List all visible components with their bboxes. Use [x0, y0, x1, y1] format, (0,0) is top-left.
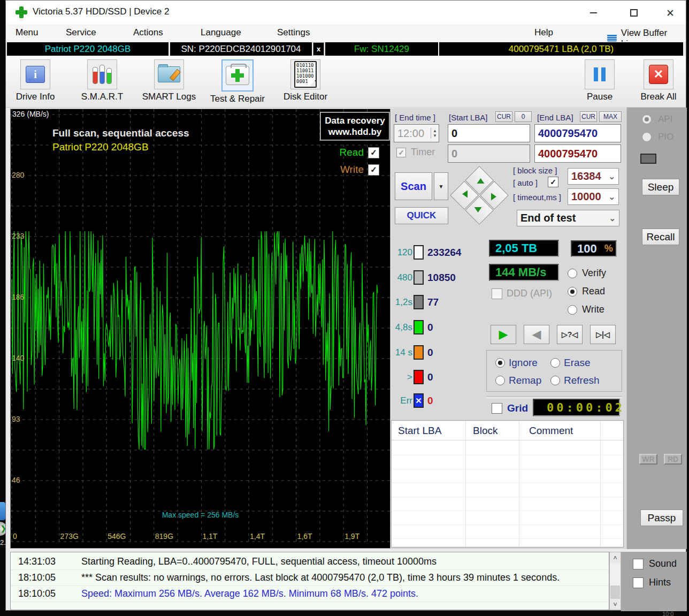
end-time-spinner[interactable]: 12:00 ▲ ▼ — [394, 124, 439, 142]
desktop-background: ❯ 2. 10:0 Victoria 5.37 HDD/SSD | Device… — [0, 0, 689, 616]
test-repair-button[interactable]: Test & Repair — [208, 59, 267, 104]
log-output[interactable]: 14:31:03 Starting Reading, LBA=0..400079… — [10, 552, 609, 610]
control-panel: [ End time ] [Start LBA] CUR 0 [End LBA]… — [391, 108, 626, 549]
read-checkbox[interactable]: ✓ — [368, 147, 379, 158]
pause-button[interactable]: Pause — [570, 59, 629, 102]
write-radio[interactable] — [568, 305, 577, 315]
read-radio[interactable] — [568, 287, 577, 296]
device-close-button[interactable]: x — [313, 42, 324, 56]
timer-option[interactable]: ✓ Timer — [396, 147, 435, 158]
start-lba-cur-button[interactable]: CUR — [495, 111, 512, 122]
scan-button[interactable]: Scan — [395, 172, 432, 200]
sound-checkbox[interactable] — [633, 559, 644, 569]
menu-item-menu[interactable]: Menu — [16, 27, 39, 38]
action-refresh-option[interactable]: Refresh — [550, 375, 600, 386]
arrow-left-icon — [458, 191, 468, 198]
passp-button[interactable]: Passp — [640, 509, 683, 526]
defect-action-group: Ignore Erase Remap Refresh — [486, 350, 622, 392]
ddd-option[interactable]: DDD (API) — [492, 288, 552, 299]
remap-radio[interactable] — [495, 376, 505, 385]
start-lba-input[interactable]: 0 — [448, 124, 530, 142]
end-lba-max-button[interactable]: MAX — [599, 111, 622, 122]
latency-row: 1,2s 77 — [391, 295, 439, 309]
skip-to-end-button[interactable]: ▷|◁ — [590, 325, 616, 344]
end-lba-cur-button[interactable]: CUR — [580, 111, 597, 122]
grid-checkbox[interactable] — [492, 403, 502, 414]
recall-button[interactable]: Recall — [642, 229, 679, 245]
menu-item-settings[interactable]: Settings — [277, 27, 310, 38]
smart-button[interactable]: S.M.A.R.T — [73, 59, 132, 102]
api-radio[interactable] — [642, 115, 652, 124]
erase-radio[interactable] — [550, 358, 560, 368]
drive-info-button[interactable]: i Drive Info — [6, 59, 65, 102]
menu-item-service[interactable]: Service — [66, 27, 96, 38]
rd-button[interactable]: RD — [664, 454, 682, 465]
disk-editor-button[interactable]: 010110 110011 101000 0001 Disk Editor — [276, 59, 335, 102]
x-tick-label: 1,1T — [202, 532, 217, 541]
end-of-test-combo[interactable]: End of test ⌄ — [517, 210, 619, 226]
scroll-up-button[interactable]: ˄ — [610, 552, 621, 563]
timeout-label: [ timeout,ms ] — [513, 193, 561, 202]
action-remap-option[interactable]: Remap — [495, 375, 541, 386]
action-ignore-option[interactable]: Ignore — [495, 357, 538, 369]
verify-jump-button[interactable]: ▷?◁ — [557, 325, 583, 344]
defect-table[interactable]: Start LBA Block Comment — [391, 420, 624, 547]
minimize-button[interactable] — [585, 7, 602, 19]
pio-radio[interactable] — [642, 132, 652, 142]
ddd-checkbox[interactable] — [492, 288, 502, 299]
start-lba-input-2[interactable]: 0 — [448, 145, 530, 163]
x-tick-label: 273G — [60, 532, 79, 541]
action-erase-option[interactable]: Erase — [550, 357, 591, 369]
smart-logs-button[interactable]: SMART Logs — [140, 59, 198, 102]
menu-item-language[interactable]: Language — [201, 27, 241, 38]
mode-read-option[interactable]: Read — [568, 286, 605, 297]
navigation-diamond — [453, 166, 506, 224]
api-option[interactable]: API — [642, 114, 672, 125]
toolbar: i Drive Info S.M.A.R.T SMART Logs Test &… — [6, 56, 686, 108]
pio-option[interactable]: PIO — [642, 132, 673, 142]
play-icon: ▶ — [499, 328, 508, 341]
mode-write-option[interactable]: Write — [568, 304, 604, 315]
quick-button[interactable]: QUICK — [395, 207, 448, 224]
latency-color-block — [414, 370, 424, 384]
block-size-combo[interactable]: 16384 ⌄ — [568, 168, 619, 185]
refresh-radio[interactable] — [550, 376, 560, 385]
break-all-button[interactable]: ✕ Break All — [629, 59, 688, 102]
sound-option[interactable]: Sound — [633, 558, 677, 569]
close-button[interactable]: ✕ — [662, 7, 679, 19]
menu-item-help[interactable]: Help — [534, 27, 553, 38]
sleep-button[interactable]: Sleep — [642, 179, 679, 195]
end-lba-input-2[interactable]: 4000795470 — [534, 145, 621, 163]
verify-radio[interactable] — [568, 269, 577, 278]
spinner-arrows[interactable]: ▲ ▼ — [431, 128, 439, 139]
start-scan-button[interactable]: ▶ — [491, 325, 516, 344]
maximize-button[interactable] — [625, 7, 642, 19]
chevron-down-icon: ⌄ — [608, 172, 615, 181]
hints-checkbox[interactable] — [633, 577, 644, 588]
start-lba-zero-button[interactable]: 0 — [515, 111, 532, 122]
menu-item-actions[interactable]: Actions — [133, 27, 163, 38]
ignore-radio[interactable] — [495, 358, 505, 368]
hints-option[interactable]: Hints — [633, 577, 671, 588]
wr-button[interactable]: WR — [639, 454, 657, 465]
scan-dropdown-button[interactable]: ▼ — [434, 172, 448, 200]
auto-checkbox[interactable]: ✓ — [548, 177, 558, 187]
scroll-down-button[interactable]: ˅ — [610, 599, 621, 610]
spin-down-icon: ▼ — [433, 133, 437, 138]
mode-verify-option[interactable]: Verify — [568, 268, 606, 279]
timer-checkbox[interactable]: ✓ — [396, 148, 406, 157]
end-lba-input[interactable]: 4000795470 — [534, 124, 621, 142]
y-tick-label: 280 — [12, 171, 24, 179]
latency-color-block — [414, 320, 424, 334]
write-checkbox[interactable]: ✓ — [368, 164, 379, 176]
x-tick-label: 1,6T — [297, 532, 312, 541]
log-entry: 18:10:05 Speed: Maximum 256 MB/s. Averag… — [11, 585, 609, 602]
latency-color-block — [414, 345, 424, 360]
log-scrollbar[interactable]: ˄ ˅ — [609, 552, 621, 610]
read-label: Read — [332, 147, 364, 158]
step-back-button[interactable]: ◀ — [524, 325, 549, 344]
timeout-combo[interactable]: 10000 ⌄ — [568, 188, 619, 205]
column-header-start-lba: Start LBA — [398, 425, 441, 437]
latency-row-errors: Err ✕ 0 — [391, 393, 433, 408]
grid-option[interactable]: Grid — [492, 402, 528, 414]
